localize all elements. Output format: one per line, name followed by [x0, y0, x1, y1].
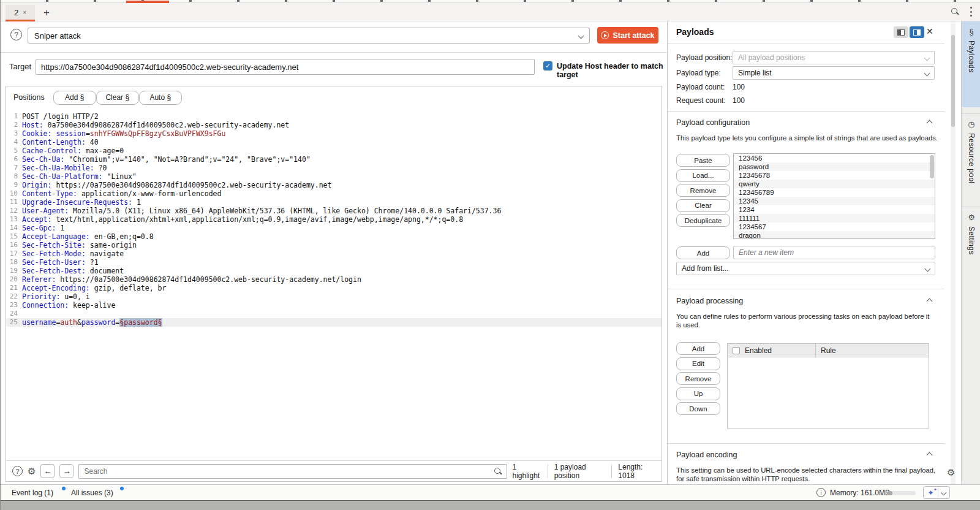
processing-remove-button[interactable]: Remove: [676, 372, 720, 385]
request-line: 4Content-Length: 40: [6, 138, 662, 147]
divider: [668, 44, 944, 44]
request-token: Referer:: [22, 275, 56, 284]
line-number: 23: [6, 301, 22, 310]
request-token: https://0a7500e304d90862874df1d4009500c2…: [51, 181, 331, 189]
chevron-down-icon[interactable]: [938, 490, 949, 495]
start-attack-button[interactable]: Start attack: [597, 27, 658, 44]
sparkle-icon[interactable]: ✦: [924, 489, 938, 497]
payload-position-count: 1 payload position: [554, 463, 606, 480]
collapse-icon[interactable]: [927, 452, 933, 459]
payload-item[interactable]: 12345678: [734, 171, 935, 180]
attack-tab-2[interactable]: 2 ×: [6, 5, 35, 21]
editor-search-input[interactable]: [84, 467, 491, 476]
processing-description: You can define rules to perform various …: [676, 312, 932, 329]
request-token: Upgrade-Insecure-Requests:: [22, 198, 132, 207]
request-line: 20Referer: https://0a7500e304d90862874df…: [6, 275, 662, 284]
payload-item[interactable]: 123456789: [734, 188, 935, 197]
sidebar-tab-label: Payloads: [967, 40, 976, 73]
payload-item[interactable]: qwerty: [734, 180, 935, 188]
payload-count-label: Payload count:: [676, 83, 725, 91]
update-host-label: Update Host header to match target: [557, 62, 667, 79]
layout-left-toggle[interactable]: [894, 26, 908, 38]
processing-edit-button[interactable]: Edit: [676, 357, 720, 370]
sidebar-tab-settings[interactable]: ⚙Settings: [962, 207, 980, 274]
next-match-button[interactable]: →: [59, 464, 74, 478]
request-text[interactable]: 1POST /login HTTP/22Host: 0a7500e304d908…: [6, 112, 662, 327]
deduplicate-button[interactable]: Deduplicate: [676, 214, 730, 227]
processing-down-button[interactable]: Down: [676, 402, 720, 415]
request-token: Sec-Ch-Ua-Mobile:: [22, 164, 94, 172]
all-issues-button[interactable]: All issues (3): [71, 489, 113, 497]
search-icon[interactable]: [951, 7, 960, 17]
prev-match-button[interactable]: ←: [40, 464, 55, 478]
sidebar-tab-resource-pool[interactable]: ◷Resource pool: [962, 113, 980, 200]
remove-button[interactable]: Remove: [676, 184, 730, 197]
request-token: Content-Type:: [22, 189, 77, 198]
ai-button-group: ✦: [923, 486, 950, 499]
payload-item[interactable]: 1234567: [734, 223, 935, 231]
enable-all-checkbox[interactable]: [733, 347, 740, 354]
payload-position-select[interactable]: All payload positions: [733, 51, 935, 64]
payload-item[interactable]: dragon: [734, 231, 935, 239]
processing-up-button[interactable]: Up: [676, 387, 720, 400]
payload-configuration-header[interactable]: Payload configuration: [676, 118, 750, 127]
payload-item[interactable]: 12345: [734, 197, 935, 205]
positions-auto-button[interactable]: Auto §: [139, 91, 182, 105]
update-host-checkbox[interactable]: ✓: [543, 61, 552, 70]
encoding-description: This setting can be used to URL-encode s…: [676, 466, 938, 483]
panel-scrollbar[interactable]: [951, 21, 956, 484]
info-icon[interactable]: i: [816, 488, 826, 497]
positions-clear-button[interactable]: Clear §: [96, 91, 139, 105]
close-tab-icon[interactable]: ×: [23, 9, 26, 16]
collapse-icon[interactable]: [927, 120, 933, 126]
request-token: https://0a7500e304d90862874df1d4009500c2…: [56, 275, 361, 284]
scrollbar-thumb[interactable]: [930, 155, 934, 178]
new-item-input[interactable]: [733, 246, 935, 259]
payload-item[interactable]: password: [734, 162, 935, 171]
request-token: Host:: [22, 121, 43, 129]
request-token: Origin:: [22, 181, 51, 189]
help-icon[interactable]: ?: [10, 29, 22, 40]
settings-gear-icon[interactable]: ⚙: [947, 467, 955, 478]
payload-encoding-header[interactable]: Payload encoding: [676, 451, 737, 459]
add-payload-button[interactable]: Add: [676, 246, 730, 259]
gear-icon[interactable]: ⚙: [28, 466, 36, 476]
line-number: 4: [6, 138, 22, 147]
sidebar-tab-label: Settings: [967, 226, 976, 255]
request-token: "Linux": [103, 172, 137, 181]
load-button[interactable]: Load...: [676, 169, 730, 182]
request-line: 14Sec-Gpc: 1: [6, 224, 662, 232]
request-line: 1POST /login HTTP/2: [6, 112, 662, 121]
request-token: username: [22, 318, 56, 327]
request-token: POST /login HTTP/2: [22, 112, 99, 121]
help-icon[interactable]: ?: [12, 466, 23, 476]
request-token: application/x-www-form-urlencoded: [77, 189, 221, 198]
layout-right-toggle[interactable]: [910, 26, 924, 38]
target-input[interactable]: [36, 59, 535, 75]
payload-processing-header[interactable]: Payload processing: [676, 297, 743, 305]
line-number: 24: [6, 310, 22, 318]
paste-button[interactable]: Paste: [676, 154, 730, 167]
request-line: 13Accept: text/html,application/xhtml+xm…: [6, 215, 662, 224]
request-token: Sec-Fetch-User:: [22, 258, 86, 267]
new-tab-button[interactable]: +: [39, 6, 55, 20]
close-icon[interactable]: ✕: [926, 26, 933, 36]
sidebar-tab-payloads[interactable]: §Payloads: [962, 21, 980, 107]
payload-list[interactable]: 123456password12345678qwerty123456789123…: [733, 153, 935, 239]
request-line: 9Origin: https://0a7500e304d90862874df1d…: [6, 181, 662, 189]
payload-item[interactable]: 1234: [734, 205, 935, 214]
positions-row: Positions Add §Clear §Auto §: [6, 86, 662, 108]
kebab-menu-icon[interactable]: [970, 7, 972, 17]
payload-type-select[interactable]: Simple list: [733, 66, 935, 80]
attack-type-select[interactable]: Sniper attack: [28, 28, 590, 44]
payload-item[interactable]: 111111: [734, 214, 935, 223]
processing-add-button[interactable]: Add: [676, 342, 720, 355]
line-number: 16: [6, 241, 22, 249]
event-log-button[interactable]: Event log (1): [12, 489, 53, 497]
payload-item[interactable]: 123456: [734, 154, 935, 162]
add-from-list-select[interactable]: Add from list...: [676, 262, 935, 275]
collapse-icon[interactable]: [927, 299, 933, 305]
clear-button[interactable]: Clear: [676, 199, 730, 212]
positions-add-button[interactable]: Add §: [53, 91, 96, 105]
request-token: Mozilla/5.0 (X11; Linux x86_64) AppleWeb…: [69, 207, 501, 215]
